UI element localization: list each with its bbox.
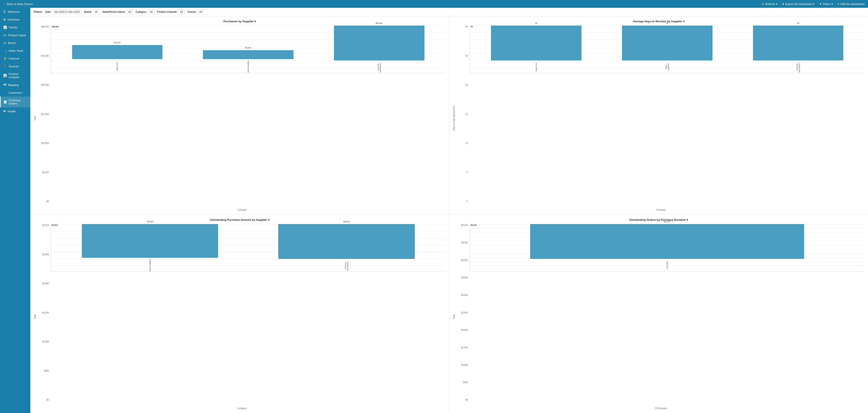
sidebar-item-product-types[interactable]: 🗂Product Types <box>0 31 30 39</box>
bar-group[interactable]: $2,813Gamma Manufactu... <box>249 224 444 272</box>
sidebar-label-channel: Channel <box>9 57 19 60</box>
bar-label: Beta Supplies <box>149 259 151 272</box>
sidebar-item-sources[interactable]: 📍Sources <box>0 62 30 70</box>
bar-group[interactable]: $5,276>30 Days <box>472 224 863 272</box>
bar[interactable]: $2,463 <box>82 224 218 258</box>
y-tick: $20,000 <box>38 84 49 86</box>
sidebar-item-brand[interactable]: 🏷Brand <box>0 39 30 47</box>
y-tick: 25 <box>458 55 468 57</box>
y-tick: 10 <box>458 142 468 145</box>
charts-grid: Purchases by Supplier ▾Total$0$5,000$10,… <box>30 16 868 413</box>
chart-area-purchases-by-supplier: Total$0$5,000$10,000$15,000$20,000$25,00… <box>34 26 446 211</box>
sidebar-label-trends: Trends <box>9 26 17 29</box>
bar-group[interactable]: 30Gamma Manufactu... <box>734 26 863 73</box>
y-tick: $15,000 <box>38 113 49 115</box>
bar-label: Gamma Manufactu... <box>377 61 381 73</box>
bar-group[interactable]: $28,491Gamma Manufactu... <box>315 26 444 73</box>
edit-button[interactable]: ✎ Edit the Dashboard <box>837 2 865 6</box>
y-tick: $1,000 <box>38 341 49 343</box>
sidebar-icon-channel: ⚡ <box>3 57 7 60</box>
chart-inner-outstanding-orders-by-duration: $0$500$1,000$1,500$2,000$2,500$3,000$3,5… <box>458 224 865 410</box>
bars-and-yaxis-avg-days-by-supplier: 0510152025303030Alpha Iron30Beta Supplie… <box>458 26 865 208</box>
bar-value: $5,276 <box>664 221 670 223</box>
chart-inner-purchases-by-supplier: $0$5,000$10,000$15,000$20,000$25,000$28,… <box>38 26 446 211</box>
bar-group[interactable]: $6,505Beta Supplies <box>184 26 313 73</box>
top-bar: ← Back to Data Source ↻ Refresh▾ ⬆ Expor… <box>0 0 868 8</box>
y-tick: $3,500 <box>458 277 468 279</box>
date-filter-chip[interactable]: Jan-2022 to Dec-2022 <box>52 9 82 14</box>
bar[interactable]: 30 <box>753 26 843 60</box>
y-tick: 30 <box>458 26 468 28</box>
category-filter-chip[interactable]: All <box>148 9 154 14</box>
bar[interactable]: $6,505 <box>203 50 293 59</box>
y-tick: 0 <box>458 200 468 202</box>
sidebar-icon-customers: 👤 <box>3 91 7 94</box>
bar-group[interactable]: 30Beta Supplies <box>602 26 732 73</box>
x-axis-title-outstanding-amount-by-supplier: Company <box>38 407 446 410</box>
y-tick: 5 <box>458 171 468 173</box>
bars-container-purchases-by-supplier: $28,491$10,337Alpha Iron$6,505Beta Suppl… <box>51 26 446 73</box>
sidebar-icon-welcome: ☰ <box>3 10 6 13</box>
x-axis-title-outstanding-orders-by-duration: PO Duration <box>458 407 865 410</box>
y-axis-outstanding-orders-by-duration: $0$500$1,000$1,500$2,000$2,500$3,000$3,5… <box>458 224 469 406</box>
chart-title-purchases-by-supplier[interactable]: Purchases by Supplier ▾ <box>34 20 446 23</box>
category-filter-label: Category: <box>135 10 147 13</box>
bar-value: $28,491 <box>376 22 383 24</box>
bar-label: Alpha Iron <box>535 61 537 73</box>
sidebar-item-mapping[interactable]: 🗺Mapping <box>0 81 30 89</box>
chart-title-outstanding-orders-by-duration[interactable]: Outstanding Orders by Purchase Duration … <box>453 218 865 221</box>
bar-value: 30 <box>535 22 537 24</box>
category-filter-group: Category: All <box>135 9 154 14</box>
bar[interactable]: 30 <box>622 26 713 60</box>
bar-label: Gamma Manufactu... <box>796 61 800 73</box>
sidebar-label-overview: Overview <box>7 18 19 21</box>
sidebar-icon-mapping: 🗺 <box>3 83 6 87</box>
bar-label: >30 Days <box>666 260 668 272</box>
chart-title-outstanding-amount-by-supplier[interactable]: Outstanding Purchase Amount by Supplier … <box>34 218 446 221</box>
bars-and-yaxis-outstanding-orders-by-duration: $0$500$1,000$1,500$2,000$2,500$3,000$3,5… <box>458 224 865 406</box>
sidebar-item-product-analysis[interactable]: 📊Product Analysis <box>0 70 30 81</box>
bar-group[interactable]: $10,337Alpha Iron <box>53 26 182 73</box>
export-button[interactable]: ⬆ Export the Dashboard▾ <box>782 2 815 6</box>
refresh-button[interactable]: ↻ Refresh▾ <box>762 2 777 6</box>
edit-icon: ✎ <box>837 2 840 6</box>
y-tick: $2,813 <box>38 224 49 226</box>
bar[interactable]: $10,337 <box>72 45 163 59</box>
product-channel-filter-chip[interactable]: All <box>178 9 185 14</box>
chart-title-avg-days-by-supplier[interactable]: Average Days to Receive by Supplier ▾ <box>453 20 865 23</box>
y-axis-outstanding-amount-by-supplier: $0$500$1,000$1,500$2,000$2,500$2,813 <box>38 224 50 406</box>
bar-group[interactable]: $2,463Beta Supplies <box>53 224 247 272</box>
y-axis-label-avg-days-by-supplier: Days to Fully Receive PO <box>453 26 456 211</box>
y-tick: $0 <box>458 399 468 401</box>
sidebar-label-brand: Brand <box>8 41 16 44</box>
chart-inner-outstanding-amount-by-supplier: $0$500$1,000$1,500$2,000$2,500$2,813$2,8… <box>38 224 446 410</box>
chart-area-avg-days-by-supplier: Days to Fully Receive PO0510152025303030… <box>453 26 865 211</box>
source-filter-chip[interactable]: All <box>197 9 204 14</box>
sidebar-item-welcome[interactable]: ☰Welcome <box>0 8 30 15</box>
sidebar-item-trends[interactable]: 📈Trends <box>0 23 30 31</box>
y-tick: $28,491 <box>38 26 49 28</box>
sidebar-item-sales-team[interactable]: 👥Sales Team <box>0 47 30 55</box>
y-tick: $2,500 <box>38 253 49 256</box>
sidebar-item-purchase-orders[interactable]: 🧾Purchase Orders <box>0 97 30 107</box>
sidebar-item-health[interactable]: ❤Health <box>0 107 30 115</box>
sidebar-item-overview[interactable]: ⊞Overview <box>0 15 30 23</box>
bar-value: $10,337 <box>114 41 121 44</box>
back-to-data-source-button[interactable]: ← Back to Data Source <box>3 2 33 6</box>
bars-container-avg-days-by-supplier: 3030Alpha Iron30Beta Supplies30Gamma Man… <box>470 26 865 73</box>
salesperson-filter-chip[interactable]: All <box>126 9 133 14</box>
bar[interactable]: $2,813 <box>278 224 414 259</box>
y-tick: $500 <box>38 370 49 372</box>
bar[interactable]: $28,491 <box>334 26 425 60</box>
sidebar-item-channel[interactable]: ⚡Channel <box>0 55 30 62</box>
sidebar-icon-product-analysis: 📊 <box>3 74 7 77</box>
sidebar-item-customers[interactable]: 👤Customers <box>0 89 30 97</box>
bar-group[interactable]: 30Alpha Iron <box>472 26 601 73</box>
y-axis-label-outstanding-amount-by-supplier: Total <box>34 224 37 410</box>
bar[interactable]: $5,276 <box>530 224 804 259</box>
brand-filter-chip[interactable]: All <box>93 9 100 14</box>
sidebar-icon-purchase-orders: 🧾 <box>3 100 7 104</box>
bar[interactable]: 30 <box>491 26 582 60</box>
filters-button[interactable]: ▼ Filters▾ <box>819 2 833 6</box>
main-content: Filters: Date: Jan-2022 to Dec-2022 Bran… <box>30 8 868 413</box>
